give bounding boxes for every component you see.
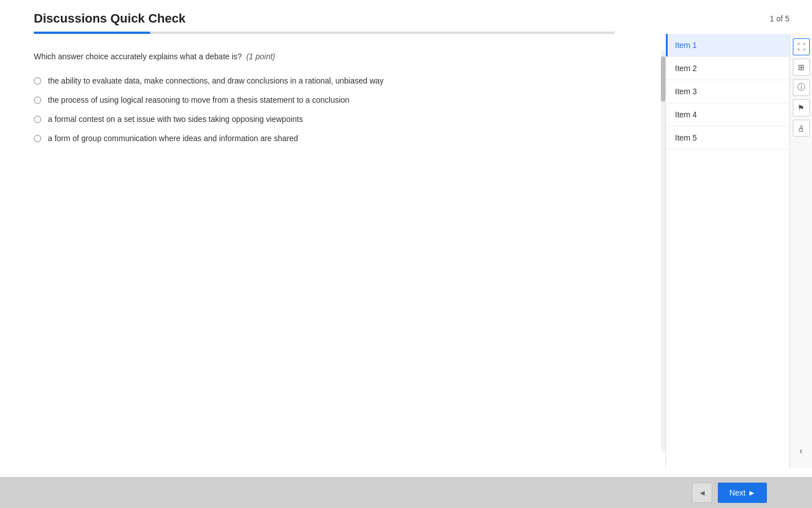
answer-label-1[interactable]: the ability to evaluate data, make conne…	[48, 76, 383, 85]
text-icon-btn[interactable]: A	[793, 120, 810, 137]
sidebar-item-3[interactable]: Item 3	[666, 80, 789, 103]
flag-icon-btn[interactable]: ⚑	[793, 99, 810, 116]
sidebar-item-label-1: Item 1	[675, 41, 697, 50]
radio-opt4[interactable]	[34, 135, 41, 142]
sidebar-item-2[interactable]: Item 2	[666, 57, 789, 80]
question-points: (1 point)	[246, 52, 275, 61]
answer-label-2[interactable]: the process of using logical reasoning t…	[48, 95, 350, 104]
grid-icon: ⊞	[798, 63, 805, 72]
radio-opt2[interactable]	[34, 97, 41, 104]
sidebar-item-5[interactable]: Item 5	[666, 126, 789, 150]
answer-option-3[interactable]: a formal contest on a set issue with two…	[34, 115, 643, 124]
text-icon: A	[798, 124, 803, 132]
next-button[interactable]: Next ►	[718, 483, 767, 503]
page-title: Discussions Quick Check	[34, 11, 186, 26]
expand-icon-btn[interactable]: ⛶	[793, 38, 810, 55]
sidebar-item-label-2: Item 2	[675, 64, 697, 73]
scrollbar-thumb[interactable]	[661, 56, 665, 102]
progress-bar-container	[0, 26, 812, 34]
prev-icon: ◄	[699, 488, 707, 497]
info-icon: ⓘ	[797, 82, 805, 93]
sidebar: Item 1 Item 2 Item 3 Item 4 Item 5 ⛶ ⊞	[665, 34, 812, 468]
answer-label-3[interactable]: a formal contest on a set issue with two…	[48, 115, 303, 124]
radio-opt1[interactable]	[34, 77, 41, 85]
sidebar-collapse-btn[interactable]: ‹	[793, 443, 810, 459]
info-icon-btn[interactable]: ⓘ	[793, 79, 810, 96]
next-label: Next ►	[729, 488, 756, 497]
answer-option-2[interactable]: the process of using logical reasoning t…	[34, 95, 643, 104]
sidebar-items: Item 1 Item 2 Item 3 Item 4 Item 5	[666, 34, 789, 468]
question-text-main: Which answer choice accurately explains …	[34, 52, 242, 61]
sidebar-item-1[interactable]: Item 1	[666, 34, 789, 57]
answer-label-4[interactable]: a form of group communication where idea…	[48, 134, 298, 143]
grid-icon-btn[interactable]: ⊞	[793, 59, 810, 76]
question-text: Which answer choice accurately explains …	[34, 51, 643, 63]
answer-options: the ability to evaluate data, make conne…	[34, 76, 643, 143]
flag-icon: ⚑	[797, 103, 805, 112]
expand-icon: ⛶	[797, 42, 805, 51]
radio-opt3[interactable]	[34, 116, 41, 123]
footer: ◄ Next ►	[0, 477, 812, 508]
scrollbar-track	[661, 51, 665, 452]
question-area: Which answer choice accurately explains …	[0, 34, 665, 468]
sidebar-item-label-3: Item 3	[675, 87, 697, 96]
sidebar-item-4[interactable]: Item 4	[666, 103, 789, 126]
answer-option-1[interactable]: the ability to evaluate data, make conne…	[34, 76, 643, 85]
prev-button[interactable]: ◄	[692, 483, 712, 503]
sidebar-item-label-5: Item 5	[675, 133, 697, 142]
sidebar-tools: ⛶ ⊞ ⓘ ⚑ A ‹	[789, 34, 812, 468]
answer-option-4[interactable]: a form of group communication where idea…	[34, 134, 643, 143]
chevron-left-icon: ‹	[800, 446, 802, 456]
sidebar-item-label-4: Item 4	[675, 110, 697, 119]
question-counter: 1 of 5	[770, 14, 789, 23]
